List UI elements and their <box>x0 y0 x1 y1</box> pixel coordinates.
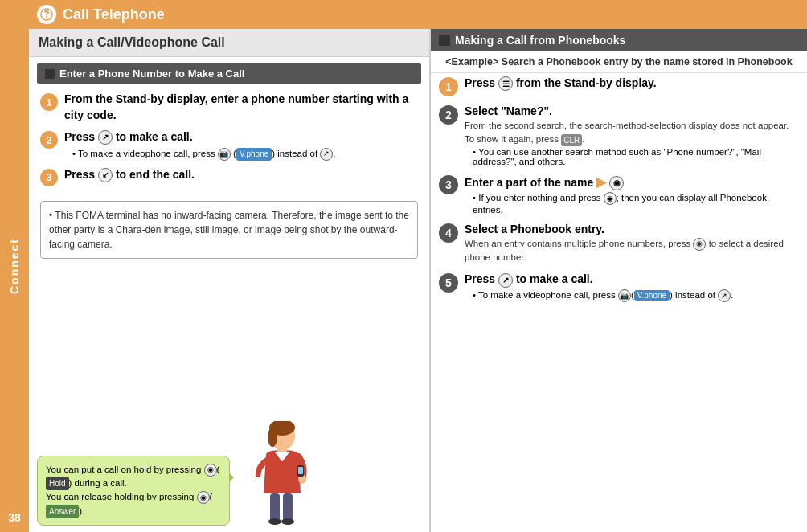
right-step-5-content: Press ↗ to make a call. • To make a vide… <box>465 272 799 301</box>
right-step-1-num: 1 <box>439 77 458 96</box>
svg-rect-9 <box>270 493 280 522</box>
step-2-text: Press ↗ to make a call. • To make a vide… <box>64 129 418 161</box>
step-1-main: From the Stand-by display, enter a phone… <box>64 92 408 121</box>
bubble-content: You can put a call on hold by pressing ◉… <box>46 463 221 518</box>
enter-btn-icon: ◉ <box>609 176 624 190</box>
right-step-4-desc: When an entry contains multiple phone nu… <box>465 237 799 265</box>
step-1-text: From the Stand-by display, enter a phone… <box>64 92 418 123</box>
header-icon <box>37 5 56 24</box>
vphone-badge: V.phone <box>236 148 272 161</box>
main-content: Call Telephone Making a Call/Videophone … <box>29 0 807 532</box>
main-section-title: Making a Call/Videophone Call <box>29 29 429 57</box>
bar-square-icon <box>45 69 55 79</box>
svg-rect-1 <box>46 16 47 18</box>
right-example-text: <Example> Search a Phonebook entry by th… <box>431 51 807 73</box>
note-box: • This FOMA terminal has no inward-facin… <box>40 201 418 259</box>
clr-badge: CLR <box>561 134 582 146</box>
right-step-2: 2 Select "Name?". From the second search… <box>439 104 799 166</box>
step-3-main: Press ↙ to end the call. <box>64 168 195 181</box>
svg-rect-8 <box>298 467 303 474</box>
person-figure <box>238 421 310 526</box>
enter-phone-section-bar: Enter a Phone Number to Make a Call <box>37 63 421 84</box>
right-step-3-content: Enter a part of the name ▶ ◉ • If you en… <box>465 174 799 215</box>
right-step-2-num: 2 <box>439 105 458 125</box>
right-step-5: 5 Press ↗ to make a call. • To make a vi… <box>439 272 799 301</box>
call-btn-icon-r: ↗ <box>498 273 513 288</box>
call-alt-icon: ↗ <box>320 148 333 161</box>
right-panel: Making a Call from Phonebooks <Example> … <box>431 29 807 532</box>
page-title: Call Telephone <box>63 6 165 23</box>
right-step-2-desc: From the second search, the search-metho… <box>465 119 799 147</box>
right-step-2-main: Select "Name?". <box>465 104 799 117</box>
right-step-1-main: Press ☰ from the Stand-by display. <box>465 76 799 91</box>
speech-bubble: You can put a call on hold by pressing ◉… <box>37 456 230 526</box>
right-step-3-sub: • If you enter nothing and press ◉; then… <box>465 192 799 215</box>
right-step-4: 4 Select a Phonebook entry. When an entr… <box>439 223 799 265</box>
right-step-1-content: Press ☰ from the Stand-by display. <box>465 76 799 92</box>
left-panel: Making a Call/Videophone Call Enter a Ph… <box>29 29 431 532</box>
arrow-icon: ▶ <box>596 174 606 190</box>
hold-badge: Hold <box>46 477 69 490</box>
right-step-3: 3 Enter a part of the name ▶ ◉ • If you … <box>439 174 799 215</box>
call-button-icon: ↗ <box>98 130 113 145</box>
svg-point-12 <box>281 518 294 525</box>
right-step-2-sub: • You can use another search method such… <box>465 147 799 166</box>
camera-button-icon: 📷 <box>218 148 231 161</box>
page-number: 38 <box>8 511 21 524</box>
right-bar-title: Making a Call from Phonebooks <box>455 34 625 47</box>
right-step-1: 1 Press ☰ from the Stand-by display. <box>439 76 799 96</box>
right-step-3-main: Enter a part of the name ▶ ◉ <box>465 174 799 190</box>
right-step-4-num: 4 <box>439 223 458 243</box>
right-step-5-main: Press ↗ to make a call. <box>465 272 799 287</box>
call-alt-icon-r: ↗ <box>718 289 731 302</box>
sidebar: Connect 38 <box>0 0 29 532</box>
right-step-4-main: Select a Phonebook entry. <box>465 223 799 235</box>
vphone-badge-r: V.phone <box>634 290 670 301</box>
right-step-5-num: 5 <box>439 273 458 293</box>
left-steps: 1 From the Stand-by display, enter a pho… <box>29 88 429 196</box>
right-step-4-content: Select a Phonebook entry. When an entry … <box>465 223 799 265</box>
note-text: • This FOMA terminal has no inward-facin… <box>49 210 409 250</box>
step-2-num: 2 <box>40 131 58 149</box>
right-step-5-sub: • To make a videophone call, press 📷(V.p… <box>465 289 799 302</box>
step-2-sub: • To make a videophone call, press 📷 (V.… <box>64 147 418 161</box>
answer-btn-icon: ◉ <box>197 491 210 504</box>
step-2-main: Press ↗ to make a call. <box>64 130 193 143</box>
right-step-3-num: 3 <box>439 175 458 194</box>
step-1-num: 1 <box>40 93 58 111</box>
answer-badge: Answer <box>46 505 79 518</box>
right-step-2-content: Select "Name?". From the second search, … <box>465 104 799 166</box>
bubble-area: You can put a call on hold by pressing ◉… <box>29 264 429 532</box>
step-3-num: 3 <box>40 169 58 186</box>
sidebar-label: Connect <box>8 238 21 294</box>
enter-phone-bar-label: Enter a Phone Number to Make a Call <box>59 68 244 80</box>
right-bar-square-icon <box>439 35 450 46</box>
left-step-2: 2 Press ↗ to make a call. • To make a vi… <box>40 129 418 161</box>
right-steps-area: 1 Press ☰ from the Stand-by display. 2 S… <box>431 73 807 313</box>
content-area: Making a Call/Videophone Call Enter a Ph… <box>29 29 807 532</box>
right-section-bar: Making a Call from Phonebooks <box>431 29 807 51</box>
left-step-3: 3 Press ↙ to end the call. <box>40 167 418 186</box>
end-button-icon: ↙ <box>98 168 113 182</box>
page-header: Call Telephone <box>29 0 807 29</box>
hold-btn-icon: ◉ <box>204 464 217 477</box>
select-btn-icon: ◉ <box>693 238 706 251</box>
svg-point-4 <box>268 428 277 447</box>
phonebook-btn-icon: ☰ <box>498 76 513 91</box>
svg-point-11 <box>268 518 281 525</box>
svg-rect-10 <box>283 493 293 522</box>
left-step-1: 1 From the Stand-by display, enter a pho… <box>40 92 418 123</box>
video-btn-icon-r: 📷 <box>618 289 631 302</box>
phonebook-enter-icon: ◉ <box>604 192 617 205</box>
step-3-text: Press ↙ to end the call. <box>64 167 418 183</box>
